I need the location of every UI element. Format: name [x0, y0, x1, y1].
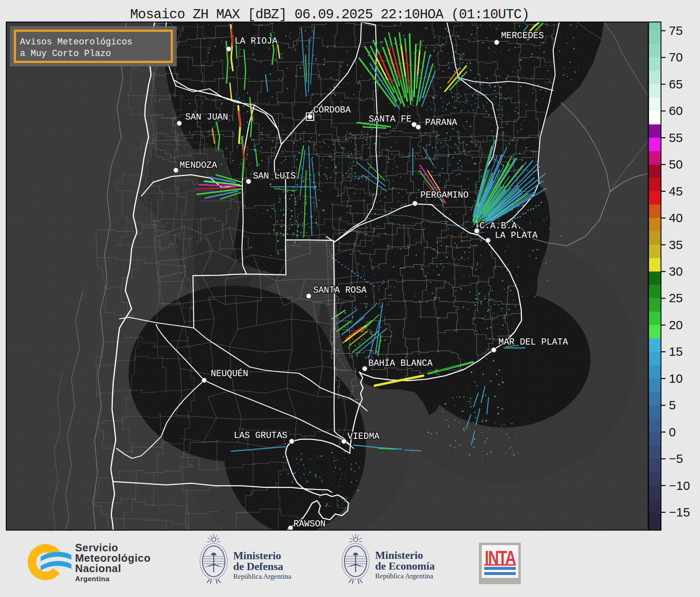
- svg-text:70: 70: [669, 50, 683, 64]
- svg-text:45: 45: [669, 184, 683, 198]
- svg-text:Nacional: Nacional: [75, 563, 121, 574]
- svg-text:60: 60: [669, 104, 683, 117]
- svg-text:LA PLATA: LA PLATA: [495, 230, 537, 240]
- svg-text:a Muy Corto Plazo: a Muy Corto Plazo: [20, 49, 111, 59]
- svg-text:República Argentina: República Argentina: [375, 572, 433, 580]
- svg-text:PARANA: PARANA: [425, 117, 457, 127]
- svg-text:PERGAMINO: PERGAMINO: [420, 190, 468, 200]
- svg-text:55: 55: [669, 131, 683, 144]
- svg-text:50: 50: [669, 157, 683, 171]
- svg-text:−15: −15: [669, 505, 690, 519]
- svg-text:MERCEDES: MERCEDES: [501, 31, 544, 41]
- svg-text:40: 40: [669, 211, 683, 225]
- svg-text:Servicio: Servicio: [75, 542, 118, 553]
- svg-text:VIEDMA: VIEDMA: [347, 431, 380, 441]
- svg-text:C.A.B.A.: C.A.B.A.: [479, 221, 522, 231]
- svg-text:65: 65: [669, 77, 683, 91]
- svg-text:de Defensa: de Defensa: [233, 560, 283, 573]
- svg-text:Meteorológico: Meteorológico: [75, 552, 151, 564]
- svg-text:SANTA ROSA: SANTA ROSA: [313, 285, 366, 295]
- svg-text:30: 30: [669, 264, 683, 278]
- svg-text:Avisos Meteorológicos: Avisos Meteorológicos: [20, 37, 132, 47]
- svg-text:Mosaico ZH MAX [dBZ] 06.09.202: Mosaico ZH MAX [dBZ] 06.09.2025 22:10HOA…: [130, 7, 530, 22]
- svg-text:Ministerio: Ministerio: [375, 549, 423, 561]
- svg-text:NEUQUÉN: NEUQUÉN: [211, 368, 248, 379]
- svg-text:5: 5: [669, 398, 676, 412]
- svg-text:10: 10: [669, 372, 683, 385]
- svg-text:−10: −10: [669, 479, 690, 492]
- svg-text:MAR DEL PLATA: MAR DEL PLATA: [498, 337, 568, 347]
- svg-text:Argentina: Argentina: [75, 575, 110, 583]
- svg-text:CÓRDOBA: CÓRDOBA: [313, 105, 351, 115]
- svg-text:República Argentina: República Argentina: [233, 573, 291, 580]
- svg-text:−5: −5: [669, 452, 683, 465]
- svg-text:15: 15: [669, 345, 683, 358]
- svg-text:SANTA FE: SANTA FE: [368, 114, 411, 124]
- svg-text:Ministerio: Ministerio: [233, 550, 281, 562]
- svg-text:SAN JUAN: SAN JUAN: [185, 112, 228, 122]
- svg-text:20: 20: [669, 318, 683, 332]
- svg-text:0: 0: [669, 425, 676, 439]
- svg-text:RAWSON: RAWSON: [293, 519, 325, 529]
- svg-text:25: 25: [669, 291, 683, 305]
- svg-text:BAHÍA BLANCA: BAHÍA BLANCA: [368, 358, 433, 368]
- svg-text:LAS GRUTAS: LAS GRUTAS: [234, 431, 287, 440]
- svg-text:35: 35: [669, 238, 683, 252]
- svg-text:75: 75: [669, 24, 683, 37]
- svg-text:MENDOZA: MENDOZA: [180, 160, 217, 170]
- svg-text:SAN LUIS: SAN LUIS: [253, 171, 295, 181]
- svg-text:LA RIOJA: LA RIOJA: [234, 36, 277, 46]
- svg-text:de Economía: de Economía: [375, 560, 435, 572]
